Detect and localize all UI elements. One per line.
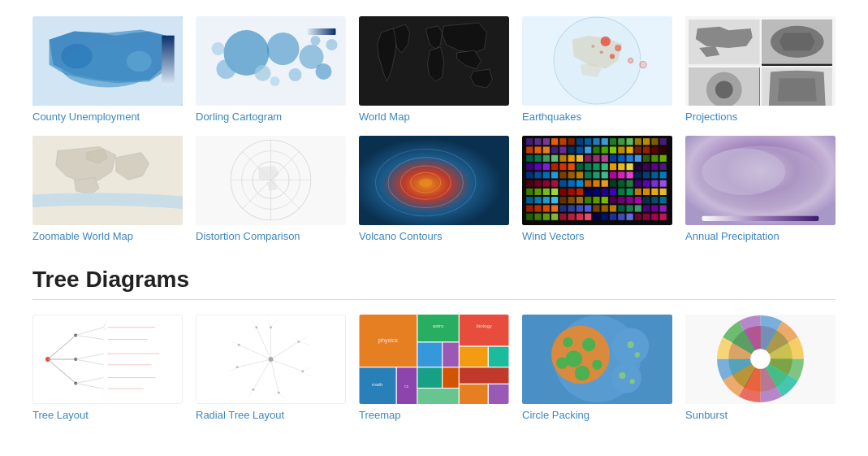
- svg-rect-183: [526, 206, 533, 212]
- svg-point-269: [236, 366, 239, 368]
- svg-rect-123: [593, 172, 599, 179]
- svg-rect-161: [626, 189, 633, 195]
- svg-rect-107: [602, 163, 608, 170]
- label-wind-vectors: Wind Vectors: [522, 230, 672, 242]
- card-zoomable-world-map[interactable]: Zoomable World Map: [32, 136, 183, 242]
- svg-rect-131: [660, 172, 667, 179]
- svg-rect-72: [593, 147, 599, 154]
- svg-rect-94: [635, 155, 641, 162]
- label-radial-tree-layout: Radial Tree Layout: [196, 409, 346, 421]
- thumb-earthquakes: [522, 16, 672, 106]
- card-county-unemployment[interactable]: County Unemployment: [32, 16, 183, 123]
- svg-rect-96: [651, 155, 658, 162]
- svg-point-299: [563, 337, 572, 347]
- label-sunburst: Sunburst: [685, 409, 836, 421]
- svg-rect-108: [610, 163, 616, 170]
- svg-point-17: [601, 37, 611, 46]
- svg-rect-88: [585, 155, 591, 162]
- svg-rect-168: [543, 198, 550, 204]
- card-dorling-cartogram[interactable]: Dorling Cartogram: [196, 16, 346, 123]
- svg-point-9: [316, 63, 332, 80]
- svg-point-263: [269, 357, 274, 362]
- svg-rect-105: [585, 163, 591, 170]
- svg-rect-208: [593, 214, 599, 220]
- svg-rect-140: [593, 180, 599, 187]
- label-zoomable-world-map: Zoomable World Map: [32, 230, 183, 242]
- label-distortion-comparison: Distortion Comparison: [196, 230, 346, 242]
- svg-rect-275: [417, 342, 443, 367]
- svg-rect-53: [577, 139, 583, 145]
- svg-point-301: [575, 366, 589, 380]
- svg-rect-173: [585, 198, 591, 204]
- svg-rect-180: [643, 198, 650, 204]
- thumb-annual-precipitation: [685, 136, 836, 225]
- thumb-projections: [685, 16, 836, 106]
- svg-point-18: [615, 45, 621, 51]
- svg-rect-130: [651, 172, 658, 179]
- thumb-distortion-comparison: [196, 136, 346, 225]
- svg-point-4: [267, 33, 300, 65]
- svg-rect-58: [618, 139, 624, 145]
- svg-rect-70: [577, 147, 583, 154]
- svg-point-11: [326, 39, 338, 50]
- svg-rect-84: [551, 155, 558, 162]
- svg-rect-85: [559, 155, 566, 162]
- card-sunburst[interactable]: Sunburst: [685, 315, 836, 421]
- svg-rect-138: [577, 180, 583, 187]
- svg-rect-166: [526, 198, 533, 204]
- card-annual-precipitation[interactable]: Annual Precipitation: [685, 136, 836, 242]
- card-distortion-comparison[interactable]: Distortion Comparison: [196, 136, 346, 242]
- svg-point-22: [628, 59, 633, 63]
- svg-rect-87: [577, 155, 583, 162]
- svg-rect-135: [551, 180, 558, 187]
- svg-point-271: [255, 326, 257, 328]
- svg-rect-139: [585, 180, 591, 187]
- svg-rect-184: [534, 206, 541, 212]
- svg-rect-50: [551, 139, 558, 145]
- card-treemap[interactable]: physics astro biology math cs Treemap: [359, 315, 509, 421]
- svg-text:math: math: [372, 382, 383, 388]
- thumb-tree-layout: [32, 315, 183, 404]
- svg-text:biology: biology: [476, 324, 492, 329]
- svg-rect-211: [618, 214, 624, 220]
- svg-rect-158: [602, 189, 608, 195]
- svg-rect-132: [526, 180, 533, 187]
- svg-rect-199: [660, 206, 667, 212]
- card-circle-packing[interactable]: Circle Packing: [522, 315, 672, 421]
- card-wind-vectors[interactable]: Wind Vectors: [522, 136, 672, 242]
- card-radial-tree-layout[interactable]: Radial Tree Layout: [196, 315, 346, 421]
- svg-rect-204: [559, 214, 566, 220]
- label-tree-layout: Tree Layout: [32, 409, 183, 421]
- label-earthquakes: Earthquakes: [522, 111, 672, 123]
- thumb-world-map: [359, 16, 509, 106]
- card-world-map[interactable]: World Map: [359, 16, 509, 123]
- card-volcano-contours[interactable]: Volcano Contours: [359, 136, 509, 242]
- svg-rect-54: [585, 139, 591, 145]
- svg-rect-117: [543, 172, 550, 179]
- thumb-sunburst: [685, 315, 836, 404]
- svg-rect-60: [635, 139, 641, 145]
- svg-point-264: [270, 326, 272, 328]
- svg-rect-142: [610, 180, 616, 187]
- svg-rect-150: [534, 189, 541, 195]
- svg-rect-147: [651, 180, 658, 187]
- svg-rect-89: [593, 155, 599, 162]
- svg-rect-103: [568, 163, 575, 170]
- svg-rect-179: [635, 198, 641, 204]
- svg-text:astro: astro: [433, 324, 444, 329]
- svg-rect-77: [635, 147, 641, 154]
- svg-rect-74: [610, 147, 616, 154]
- svg-point-309: [750, 350, 771, 370]
- svg-point-219: [702, 149, 786, 196]
- svg-point-300: [556, 358, 568, 369]
- svg-point-7: [255, 65, 271, 81]
- card-tree-layout[interactable]: Tree Layout: [32, 315, 183, 421]
- svg-rect-0: [32, 16, 183, 106]
- card-projections[interactable]: Projections: [685, 16, 836, 123]
- svg-rect-59: [626, 139, 633, 145]
- svg-rect-111: [635, 163, 641, 170]
- svg-rect-76: [626, 147, 633, 154]
- svg-rect-80: [660, 147, 667, 154]
- svg-rect-69: [568, 147, 575, 154]
- card-earthquakes[interactable]: Earthquakes: [522, 16, 672, 123]
